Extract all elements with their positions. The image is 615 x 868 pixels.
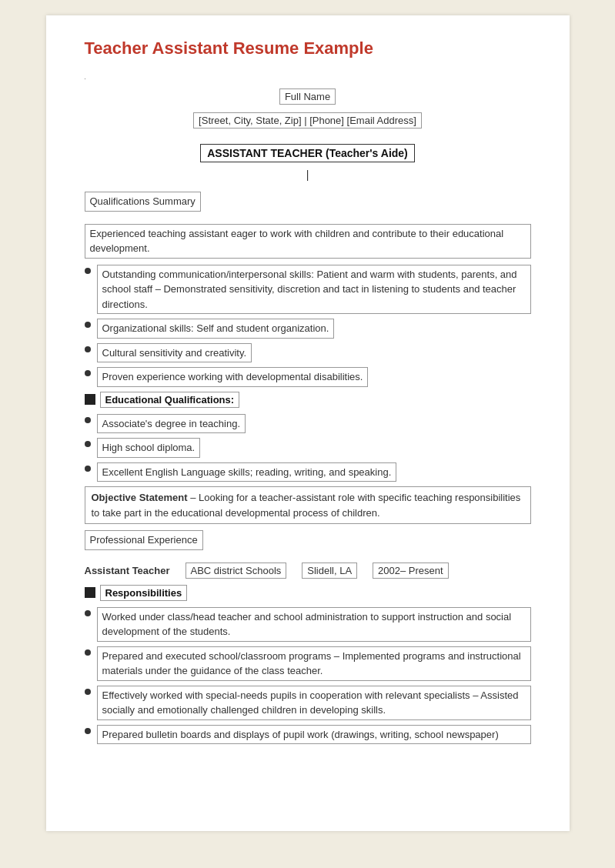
cursor-line: | bbox=[85, 169, 531, 181]
qualifications-label-block: Qualifications Summary bbox=[85, 192, 531, 218]
responsibilities-heading-block: Responsibilities bbox=[85, 585, 531, 601]
black-square-icon bbox=[85, 394, 95, 405]
bullet-text[interactable]: Associate's degree in teaching. bbox=[97, 414, 246, 434]
prof-exp-block: Professional Experience bbox=[85, 530, 531, 556]
bullet-text[interactable]: High school diploma. bbox=[97, 438, 201, 458]
edu-heading-text[interactable]: Educational Qualifications: bbox=[100, 392, 240, 408]
bullet-text[interactable]: Worked under class/head teacher and scho… bbox=[97, 607, 531, 642]
bullet-dot-icon bbox=[85, 466, 91, 472]
list-item: Prepared bulletin boards and displays of… bbox=[85, 725, 531, 745]
edu-heading-block: Educational Qualifications: bbox=[85, 392, 531, 408]
list-item: Worked under class/head teacher and scho… bbox=[85, 607, 531, 642]
bullet-text[interactable]: Cultural sensitivity and creativity. bbox=[97, 343, 252, 363]
bullet-text[interactable]: Excellent English Language skills; readi… bbox=[97, 462, 397, 482]
list-item: Associate's degree in teaching. bbox=[85, 414, 531, 434]
name-field[interactable]: Full Name bbox=[279, 88, 336, 105]
job-title-main: Assistant Teacher bbox=[85, 565, 170, 576]
qualifications-label[interactable]: Qualifications Summary bbox=[85, 192, 201, 212]
dot-marker: . bbox=[85, 74, 531, 81]
bullet-dot-icon bbox=[85, 370, 91, 376]
resp-bullet-list: Worked under class/head teacher and scho… bbox=[85, 607, 531, 745]
bullet-text[interactable]: Outstanding communication/interpersonal … bbox=[97, 265, 531, 315]
summary-block: Experienced teaching assistant eager to … bbox=[85, 224, 531, 259]
bullet-text[interactable]: Effectively worked with special-needs pu… bbox=[97, 686, 531, 720]
job-info-line: Assistant Teacher ABC district Schools S… bbox=[85, 563, 531, 579]
page-title: Teacher Assistant Resume Example bbox=[85, 38, 531, 58]
objective-label: Objective Statement bbox=[92, 492, 188, 503]
qual-bullet-list: Outstanding communication/interpersonal … bbox=[85, 265, 531, 387]
bullet-text[interactable]: Organizational skills: Self and student … bbox=[97, 319, 335, 339]
summary-text[interactable]: Experienced teaching assistant eager to … bbox=[85, 224, 531, 259]
job-company[interactable]: ABC district Schools bbox=[186, 563, 287, 579]
name-block: Full Name bbox=[85, 88, 531, 105]
bullet-text[interactable]: Prepared bulletin boards and displays of… bbox=[97, 725, 531, 745]
bullet-text[interactable]: Proven experience working with developme… bbox=[97, 367, 369, 387]
resume-page: Teacher Assistant Resume Example . Full … bbox=[46, 15, 570, 831]
list-item: Excellent English Language skills; readi… bbox=[85, 462, 531, 482]
objective-block[interactable]: Objective Statement – Looking for a teac… bbox=[85, 486, 531, 524]
list-item: Prepared and executed school/classroom p… bbox=[85, 646, 531, 681]
job-title-field[interactable]: ASSISTANT TEACHER (Teacher's Aide) bbox=[200, 144, 415, 162]
responsibilities-heading-text[interactable]: Responsibilities bbox=[100, 585, 188, 601]
list-item: Cultural sensitivity and creativity. bbox=[85, 343, 531, 363]
edu-bullet-list: Associate's degree in teaching. High sch… bbox=[85, 414, 531, 482]
bullet-dot-icon bbox=[85, 610, 91, 616]
list-item: Organizational skills: Self and student … bbox=[85, 319, 531, 339]
bullet-dot-icon bbox=[85, 441, 91, 447]
bullet-dot-icon bbox=[85, 268, 91, 274]
bullet-dot-icon bbox=[85, 728, 91, 734]
job-dates[interactable]: 2002– Present bbox=[373, 563, 449, 579]
black-square-icon bbox=[85, 587, 95, 598]
bullet-dot-icon bbox=[85, 649, 91, 656]
bullet-dot-icon bbox=[85, 689, 91, 695]
bullet-text[interactable]: Prepared and executed school/classroom p… bbox=[97, 646, 531, 681]
address-field[interactable]: [Street, City, State, Zip] | [Phone] [Em… bbox=[193, 112, 422, 129]
list-item: Outstanding communication/interpersonal … bbox=[85, 265, 531, 315]
list-item: Effectively worked with special-needs pu… bbox=[85, 686, 531, 720]
job-title-block: ASSISTANT TEACHER (Teacher's Aide) bbox=[85, 144, 531, 162]
job-location[interactable]: Slidell, LA bbox=[302, 563, 357, 579]
bullet-dot-icon bbox=[85, 417, 91, 423]
bullet-dot-icon bbox=[85, 322, 91, 328]
list-item: Proven experience working with developme… bbox=[85, 367, 531, 387]
list-item: High school diploma. bbox=[85, 438, 531, 458]
prof-exp-label[interactable]: Professional Experience bbox=[85, 530, 203, 550]
bullet-dot-icon bbox=[85, 346, 91, 352]
address-block: [Street, City, State, Zip] | [Phone] [Em… bbox=[85, 109, 531, 129]
